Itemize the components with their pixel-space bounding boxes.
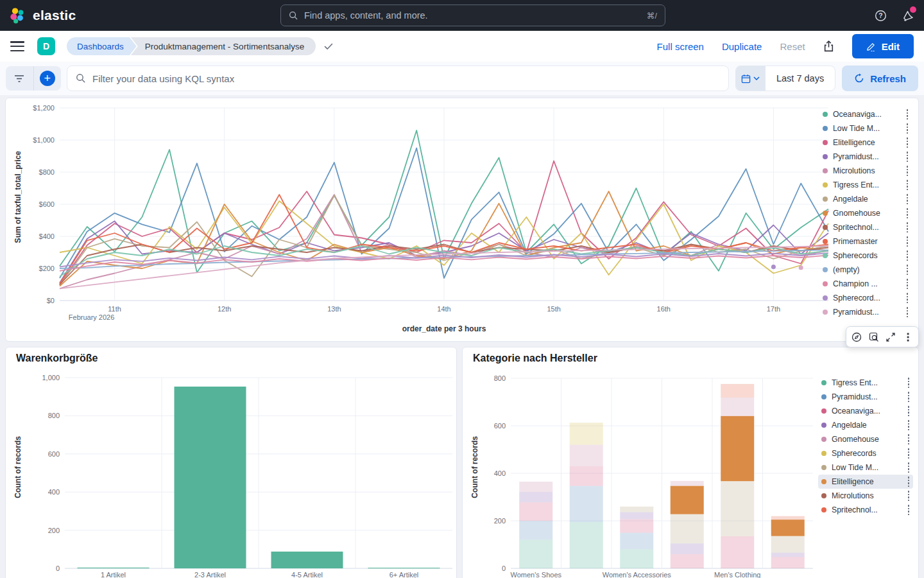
stack-segment[interactable] bbox=[519, 492, 552, 502]
legend-actions-icon[interactable] bbox=[907, 222, 909, 232]
breadcrumb-dashboards[interactable]: Dashboards bbox=[67, 37, 137, 55]
legend-item[interactable]: Angeldale bbox=[818, 418, 913, 432]
legend-actions-icon[interactable] bbox=[908, 477, 911, 487]
stack-segment[interactable] bbox=[519, 521, 552, 540]
edit-button[interactable]: Edit bbox=[852, 34, 914, 58]
legend-item[interactable]: Elitelligence bbox=[819, 136, 912, 150]
legend-actions-icon[interactable] bbox=[907, 109, 909, 119]
legend-item[interactable]: Pyramidust... bbox=[819, 150, 912, 164]
stack-segment[interactable] bbox=[721, 416, 754, 481]
stack-segment[interactable] bbox=[570, 423, 603, 444]
bar[interactable] bbox=[271, 552, 343, 568]
legend-item[interactable]: Low Tide M... bbox=[818, 460, 913, 475]
legend-item[interactable]: Spherecords bbox=[818, 446, 913, 460]
reset-button[interactable]: Reset bbox=[780, 41, 805, 52]
stack-segment[interactable] bbox=[771, 536, 805, 553]
legend-item[interactable]: (empty) bbox=[819, 263, 912, 277]
legend-actions-icon[interactable] bbox=[907, 236, 909, 247]
legend-item[interactable]: Low Tide M... bbox=[819, 121, 912, 136]
legend-actions-icon[interactable] bbox=[907, 123, 909, 134]
legend-actions-icon[interactable] bbox=[908, 392, 911, 402]
legend-item[interactable]: Spritechnol... bbox=[818, 503, 913, 517]
legend-item[interactable]: Oceanaviga... bbox=[819, 107, 912, 121]
kql-search-input[interactable]: Filter your data using KQL syntax bbox=[67, 66, 729, 91]
legend-actions-icon[interactable] bbox=[907, 137, 909, 148]
category-stacked-bar-chart[interactable]: 0200400600800Women's ShoesWomen's Access… bbox=[466, 371, 839, 578]
legend-actions-icon[interactable] bbox=[907, 208, 909, 218]
share-icon[interactable] bbox=[823, 40, 834, 52]
refresh-button[interactable]: Refresh bbox=[842, 66, 918, 91]
legend-item[interactable]: Tigress Ent... bbox=[819, 178, 912, 192]
add-filter-button[interactable]: + bbox=[33, 66, 62, 91]
stack-segment[interactable] bbox=[721, 536, 754, 568]
legend-actions-icon[interactable] bbox=[907, 250, 909, 261]
stack-segment[interactable] bbox=[570, 445, 603, 466]
legend-item[interactable]: Champion ... bbox=[819, 277, 912, 291]
legend-item[interactable]: Spherecords bbox=[819, 249, 912, 263]
legend-actions-icon[interactable] bbox=[907, 180, 909, 190]
inspect-icon[interactable] bbox=[867, 330, 881, 344]
explore-compass-icon[interactable] bbox=[850, 330, 864, 344]
full-screen-button[interactable]: Full screen bbox=[657, 41, 704, 52]
stack-segment[interactable] bbox=[519, 540, 552, 568]
stack-segment[interactable] bbox=[620, 507, 653, 512]
space-avatar[interactable]: D bbox=[37, 37, 55, 55]
stack-segment[interactable] bbox=[771, 553, 805, 557]
legend-actions-icon[interactable] bbox=[908, 434, 911, 444]
stack-segment[interactable] bbox=[771, 516, 805, 520]
legend-actions-icon[interactable] bbox=[907, 265, 909, 275]
legend-item[interactable]: Pyramidust... bbox=[819, 305, 912, 319]
legend-actions-icon[interactable] bbox=[907, 166, 909, 176]
legend-item[interactable]: Microlutions bbox=[818, 489, 913, 503]
stack-segment[interactable] bbox=[519, 502, 552, 521]
legend-actions-icon[interactable] bbox=[908, 378, 911, 388]
legend-item[interactable]: Elitelligence bbox=[818, 475, 913, 489]
stack-segment[interactable] bbox=[620, 549, 653, 568]
help-icon[interactable]: ? bbox=[874, 9, 887, 22]
legend-actions-icon[interactable] bbox=[907, 307, 909, 317]
legend-actions-icon[interactable] bbox=[907, 194, 909, 204]
date-picker-calendar-button[interactable] bbox=[736, 66, 766, 91]
stack-segment[interactable] bbox=[671, 514, 704, 544]
stack-segment[interactable] bbox=[671, 486, 704, 514]
bar[interactable] bbox=[175, 387, 246, 568]
stack-segment[interactable] bbox=[620, 512, 653, 519]
news-bell-icon[interactable] bbox=[901, 9, 914, 22]
legend-actions-icon[interactable] bbox=[907, 293, 909, 303]
legend-item[interactable]: Angeldale bbox=[819, 192, 912, 206]
filter-list-button[interactable] bbox=[6, 66, 33, 91]
stack-segment[interactable] bbox=[721, 398, 754, 416]
legend-actions-icon[interactable] bbox=[907, 152, 909, 162]
basket-size-bar-chart[interactable]: 02004006008001,0001 Artikel2-3 Artikel4-… bbox=[10, 371, 456, 578]
stack-segment[interactable] bbox=[721, 481, 754, 536]
legend-item[interactable]: Pyramidust... bbox=[818, 390, 913, 404]
legend-item[interactable]: Gnomehouse bbox=[819, 206, 912, 220]
legend-item[interactable]: Microlutions bbox=[819, 164, 912, 178]
legend-actions-icon[interactable] bbox=[908, 420, 911, 430]
legend-item[interactable]: Spherecord... bbox=[819, 291, 912, 305]
legend-item[interactable]: Spritechnol... bbox=[819, 220, 912, 234]
bar[interactable] bbox=[368, 568, 440, 568]
bar[interactable] bbox=[78, 568, 150, 568]
legend-actions-icon[interactable] bbox=[908, 505, 911, 515]
stack-segment[interactable] bbox=[721, 384, 754, 398]
stack-segment[interactable] bbox=[570, 522, 603, 568]
stack-segment[interactable] bbox=[570, 486, 603, 522]
panel-options-icon[interactable] bbox=[901, 330, 915, 344]
elastic-logo-area[interactable]: elastic bbox=[9, 0, 76, 31]
legend-actions-icon[interactable] bbox=[908, 406, 911, 416]
stack-segment[interactable] bbox=[771, 557, 805, 568]
stack-segment[interactable] bbox=[620, 533, 653, 550]
legend-item[interactable]: Oceanaviga... bbox=[818, 404, 913, 418]
legend-item[interactable]: Gnomehouse bbox=[818, 432, 913, 446]
global-search-input[interactable]: Find apps, content, and more. ⌘/ bbox=[280, 4, 665, 26]
legend-item[interactable]: Primemaster bbox=[819, 234, 912, 249]
stack-segment[interactable] bbox=[620, 519, 653, 532]
legend-actions-icon[interactable] bbox=[907, 279, 909, 289]
stack-segment[interactable] bbox=[519, 482, 552, 492]
legend-actions-icon[interactable] bbox=[908, 448, 911, 459]
orders-line-chart[interactable]: $0$200$400$600$800$1,000$1,20011th12th13… bbox=[31, 103, 834, 338]
legend-item[interactable]: Tigress Ent... bbox=[818, 376, 913, 390]
time-range-value[interactable]: Last 7 days bbox=[766, 66, 835, 91]
stack-segment[interactable] bbox=[671, 481, 704, 486]
